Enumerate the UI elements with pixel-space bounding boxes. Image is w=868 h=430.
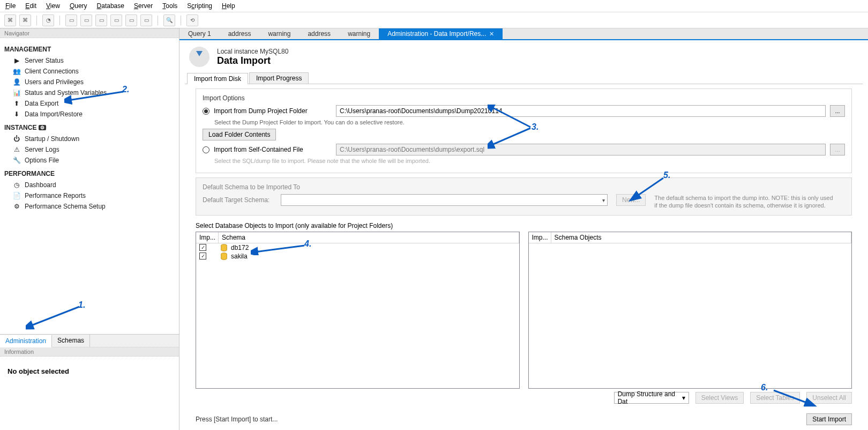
menu-help[interactable]: Help — [222, 2, 235, 10]
dump-type-select[interactable]: Dump Structure and Dat▾ — [614, 392, 689, 404]
checkbox-sakila[interactable]: ✓ — [199, 253, 206, 260]
export-icon: ⬆ — [13, 100, 20, 107]
gear-icon: ⚙ — [13, 203, 20, 210]
page-title: Data Import — [217, 55, 288, 66]
nav-startup[interactable]: ⏻Startup / Shutdown — [3, 134, 176, 144]
default-schema-select[interactable]: ▾ — [281, 194, 608, 206]
tab-address-1[interactable]: address — [220, 28, 260, 39]
tb-new-sql[interactable]: ⌘ — [4, 14, 16, 26]
nav-status-variables[interactable]: 📊Status and System Variables — [3, 87, 176, 98]
select-views-button[interactable]: Select Views — [695, 392, 744, 404]
tab-import-progress[interactable]: Import Progress — [249, 72, 309, 84]
col-schema-objects: Schema Objects — [551, 232, 852, 243]
radio-dump-folder[interactable] — [203, 108, 209, 115]
tb-btn-5[interactable]: ▭ — [80, 14, 92, 26]
default-schema-note: The default schema to import the dump in… — [654, 194, 836, 210]
users-icon: 👤 — [13, 78, 20, 86]
nav-server-logs[interactable]: ⚠Server Logs — [3, 144, 176, 155]
nav-data-export[interactable]: ⬆Data Export — [3, 98, 176, 109]
menu-edit[interactable]: Edit — [25, 2, 36, 10]
status-text: Press [Start Import] to start... — [196, 416, 278, 423]
toolbar: ⌘ ⌘ ◔ ▭ ▭ ▭ ▭ ▭ ▭ 🔍 ⟲ — [0, 12, 868, 28]
col-schema-left: Schema — [219, 232, 519, 243]
information-title: Information — [0, 347, 179, 357]
import-options-title: Import Options — [203, 94, 845, 102]
menu-query[interactable]: Query — [70, 2, 87, 10]
col-import-right: Imp... — [529, 232, 551, 243]
schema-row-db172[interactable]: ✓ db172 — [196, 243, 519, 252]
vars-icon: 📊 — [13, 89, 20, 97]
load-folder-contents-button[interactable]: Load Folder Contents — [203, 129, 276, 140]
nav-dashboard[interactable]: ◷Dashboard — [3, 180, 176, 190]
tb-btn-4[interactable]: ▭ — [65, 14, 77, 26]
menu-scripting[interactable]: Scripting — [187, 2, 212, 10]
tb-btn-7[interactable]: ▭ — [110, 14, 122, 26]
tab-query1[interactable]: Query 1 — [179, 28, 220, 39]
tb-btn-6[interactable]: ▭ — [95, 14, 107, 26]
report-icon: 📄 — [13, 192, 20, 199]
tab-schemas[interactable]: Schemas — [52, 335, 90, 347]
tab-administration[interactable]: Administration — [0, 335, 52, 347]
tb-btn-10[interactable]: 🔍 — [163, 14, 175, 26]
radio-dump-folder-label: Import from Dump Project Folder — [214, 107, 332, 115]
tab-admin-import[interactable]: Administration - Data Import/Res...✕ — [379, 28, 503, 39]
nav-server-status[interactable]: ▶Server Status — [3, 55, 176, 66]
heading-performance: PERFORMANCE — [4, 170, 176, 177]
page-subtitle: Local instance MySQL80 — [217, 48, 288, 55]
nav-options-file[interactable]: 🔧Options File — [3, 155, 176, 166]
select-tables-button[interactable]: Select Tables — [750, 392, 800, 404]
page-header: Local instance MySQL80 Data Import — [185, 43, 863, 72]
connection-icon: 👥 — [13, 68, 20, 75]
tb-btn-9[interactable]: ▭ — [140, 14, 152, 26]
heading-instance: INSTANCE ⚙ — [4, 124, 176, 131]
dump-folder-path-input[interactable] — [336, 105, 826, 117]
dump-folder-help: Select the Dump Project Folder to import… — [214, 119, 845, 125]
tab-import-disk[interactable]: Import from Disk — [187, 73, 248, 84]
editor-tabs: Query 1 address warning address warning … — [179, 28, 868, 40]
nav-perf-schema[interactable]: ⚙Performance Schema Setup — [3, 201, 176, 212]
nav-perf-reports[interactable]: 📄Performance Reports — [3, 190, 176, 201]
self-contained-help: Select the SQL/dump file to import. Plea… — [214, 158, 845, 164]
browse-file-button[interactable]: ... — [830, 144, 845, 155]
navigator-body: MANAGEMENT ▶Server Status 👥Client Connec… — [0, 38, 179, 334]
new-schema-button[interactable]: New... — [616, 194, 646, 206]
radio-self-contained[interactable] — [203, 146, 209, 153]
default-schema-title: Default Schema to be Imported To — [203, 183, 845, 191]
tb-open-sql[interactable]: ⌘ — [19, 14, 31, 26]
heading-management: MANAGEMENT — [4, 46, 176, 53]
nav-data-import[interactable]: ⬇Data Import/Restore — [3, 109, 176, 120]
menu-view[interactable]: View — [46, 2, 60, 10]
chevron-down-icon: ▾ — [682, 394, 685, 402]
database-icon — [220, 253, 228, 260]
tab-warning-1[interactable]: warning — [259, 28, 299, 39]
start-import-button[interactable]: Start Import — [806, 413, 852, 425]
tb-btn-11[interactable]: ⟲ — [186, 14, 198, 26]
gauge-icon: ◷ — [13, 181, 20, 189]
browse-folder-button[interactable]: ... — [830, 105, 845, 117]
objects-title: Select Database Objects to Import (only … — [196, 222, 852, 229]
menu-server[interactable]: Server — [134, 2, 153, 10]
tb-btn-8[interactable]: ▭ — [125, 14, 137, 26]
menu-file[interactable]: File — [5, 2, 16, 10]
chevron-down-icon: ▾ — [602, 197, 605, 203]
menu-bar: File Edit View Query Database Server Too… — [0, 0, 868, 12]
nav-users-privileges[interactable]: 👤Users and Privileges — [3, 77, 176, 87]
tab-warning-2[interactable]: warning — [339, 28, 379, 39]
database-icon — [220, 244, 228, 251]
information-body: No object selected — [0, 357, 179, 430]
schema-row-sakila[interactable]: ✓ sakila — [196, 252, 519, 261]
menu-database[interactable]: Database — [97, 2, 124, 10]
unselect-all-button[interactable]: Unselect All — [806, 392, 852, 404]
col-import-left: Imp... — [196, 232, 219, 243]
inner-tabs: Import from Disk Import Progress — [185, 72, 863, 84]
tab-address-2[interactable]: address — [299, 28, 339, 39]
menu-tools[interactable]: Tools — [162, 2, 177, 10]
import-page-icon — [189, 47, 209, 67]
tb-btn-3[interactable]: ◔ — [42, 14, 54, 26]
self-contained-file-input[interactable] — [336, 144, 826, 155]
close-icon[interactable]: ✕ — [489, 31, 494, 38]
power-icon: ⏻ — [13, 135, 20, 143]
instance-icon: ⚙ — [39, 125, 46, 130]
nav-client-connections[interactable]: 👥Client Connections — [3, 66, 176, 77]
checkbox-db172[interactable]: ✓ — [199, 244, 206, 251]
